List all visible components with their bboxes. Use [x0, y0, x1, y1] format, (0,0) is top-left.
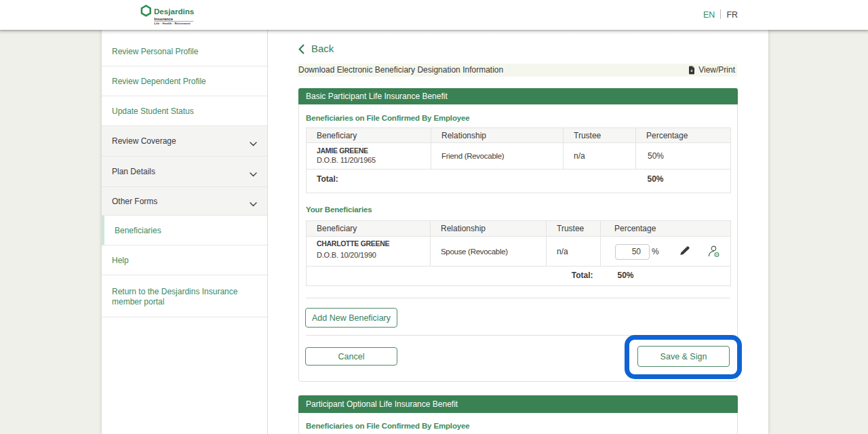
- svg-text:Desjardins: Desjardins: [154, 7, 194, 16]
- svg-text:Life · Health · Retirement: Life · Health · Retirement: [154, 22, 191, 25]
- svg-text:Insurance: Insurance: [154, 17, 174, 21]
